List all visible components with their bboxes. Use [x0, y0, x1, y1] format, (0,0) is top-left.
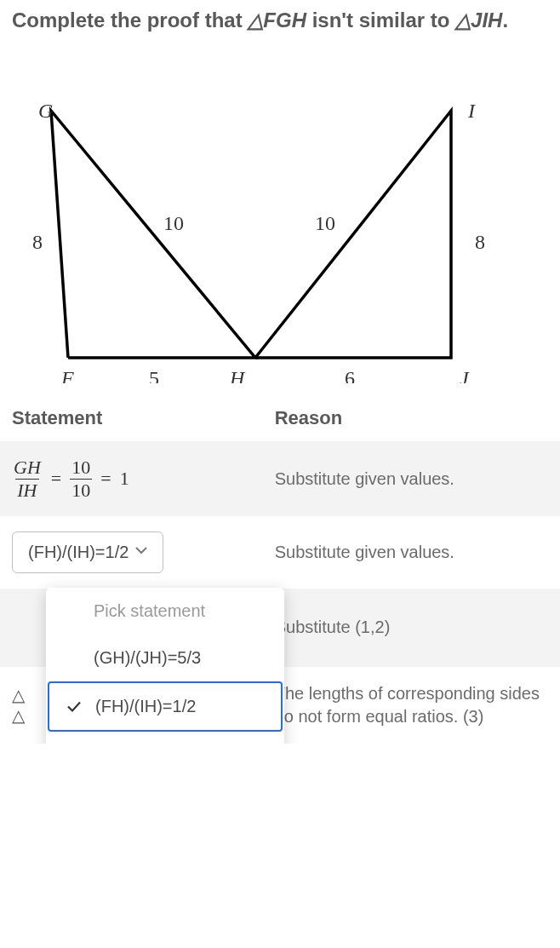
side-gf: 8: [32, 231, 43, 253]
reason-1: Substitute given values.: [275, 468, 548, 491]
reason-3: Substitute (1,2): [275, 616, 548, 639]
proof-row-2: (FH)/(IH)=1/2 Substitute given values.: [0, 516, 560, 589]
vertex-j: J: [460, 367, 470, 383]
prompt-prefix: Complete the proof that: [12, 9, 248, 32]
side-hj: 6: [345, 367, 355, 383]
chevron-down-icon: [135, 546, 147, 554]
statement-2-select[interactable]: (FH)/(IH)=1/2: [12, 531, 163, 573]
equals-2: =: [100, 468, 111, 490]
frac-num-10a: 10: [70, 457, 92, 478]
side-gh: 10: [163, 212, 184, 234]
proof-table: Statement Reason GH IH = 10 10 = 1: [0, 392, 560, 744]
equals-1: =: [51, 468, 61, 490]
check-icon: [66, 697, 82, 716]
side-ih: 10: [315, 212, 335, 234]
side-ij: 8: [475, 231, 485, 253]
side-fh: 5: [149, 367, 159, 383]
prompt-mid: isn't similar to: [306, 9, 455, 32]
table-header: Statement Reason: [0, 392, 560, 441]
dropdown-option-2-label: (FH)/(IH)=1/2: [95, 697, 196, 715]
triangles-figure: G I F H J 8 10 10 8 5 6: [9, 51, 519, 383]
vertex-i: I: [467, 100, 476, 122]
reason-4: The lengths of corresponding sides do no…: [275, 682, 548, 728]
statement-2-value: (FH)/(IH)=1/2: [28, 543, 129, 562]
frac-den-10b: 10: [70, 479, 92, 501]
dropdown-option-3[interactable]: (FH)/(JH)=5/6: [46, 732, 284, 744]
proof-row-1: GH IH = 10 10 = 1 Substitute given value…: [0, 441, 560, 516]
dropdown-option-2[interactable]: (FH)/(IH)=1/2: [48, 681, 283, 732]
frac-den-ih: IH: [15, 479, 38, 501]
reason-2: Substitute given values.: [275, 541, 548, 564]
header-statement: Statement: [12, 407, 275, 429]
vertex-g: G: [38, 100, 53, 122]
prompt-tri-2: △JIH: [455, 9, 502, 32]
header-reason: Reason: [275, 407, 548, 429]
triangle-icon-stack: △ △: [12, 687, 25, 724]
triangle-icon: △: [12, 687, 25, 704]
vertex-h: H: [229, 367, 246, 383]
statement-1: GH IH = 10 10 = 1: [12, 457, 129, 501]
prompt-suffix: .: [502, 9, 508, 32]
prompt-tri-1: △FGH: [248, 9, 306, 32]
statement-dropdown[interactable]: Pick statement (GH)/(JH)=5/3 (FH)/(IH)=1…: [46, 588, 284, 744]
frac-num-gh: GH: [12, 457, 43, 478]
dropdown-option-1[interactable]: (GH)/(JH)=5/3: [46, 635, 284, 681]
prompt-text: Complete the proof that △FGH isn't simil…: [0, 0, 560, 34]
vertex-f: F: [60, 367, 74, 383]
rhs-1: 1: [120, 468, 129, 490]
dropdown-placeholder[interactable]: Pick statement: [46, 588, 284, 635]
triangle-icon: △: [12, 707, 25, 724]
